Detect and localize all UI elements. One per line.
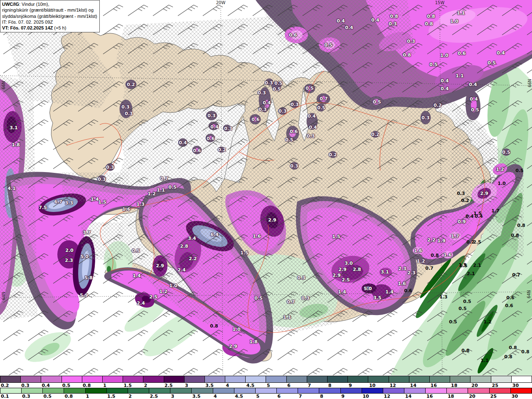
precip-value-label: 1.5 [240,250,249,256]
precip-value-label: 2.1 [467,271,475,276]
scale-tick-label: 0.8 [83,383,91,388]
scale-tick-label: 8 [328,383,332,388]
precip-value-label: 1.5 [458,262,467,268]
precip-value-label: 0.5 [463,299,471,304]
precip-value-label: 0.2 [218,147,226,153]
scale-tick-label: 0.8 [65,394,73,399]
scale-segment [383,388,404,393]
precip-value-label: 0.2 [371,132,379,137]
scale-segment [298,388,319,393]
scale-segment [103,376,123,382]
precip-value-label: 2.5 [149,294,158,300]
precip-value-label: 0.3 [278,108,287,114]
scale-tick-label: 14 [410,383,416,388]
precip-value-label: 2.1 [473,263,481,268]
model-info-box: UWC/IG: Vindur (10m), rigning/skúrir (gr… [0,0,100,32]
scale-tick-label: 18 [448,394,454,399]
scale-segment [470,376,491,382]
scale-tick-label: 2 [144,383,148,388]
precip-value-label: 0.5 [324,42,332,48]
precip-value-label: 0.3 [265,80,273,86]
rain-scale-bar [0,376,532,383]
precip-value-label: 0.5 [502,150,510,155]
precip-value-label: 2.8 [352,266,361,272]
info-line-1: UWC/IG: Vindur (10m), [2,1,97,7]
scale-segment [447,388,468,393]
scale-tick-label: 4.5 [246,383,255,388]
scale-tick-label: 4 [226,383,229,388]
precip-value-label: 0.6 [289,32,297,38]
scale-tick-label: 0.5 [43,394,52,399]
precip-value-label: 1.7 [491,208,500,214]
precip-value-label: 0.6 [251,117,260,122]
precip-value-label: 0.2 [461,198,469,203]
precip-value-label: 0.4 [470,96,478,102]
precip-value-label: 1.1 [157,187,165,193]
precip-value-label: 0.7 [160,176,168,181]
precip-value-label: 2.3 [407,270,416,276]
precip-value-label: 2.3 [65,258,73,263]
precip-value-label: 0.4 [210,124,219,130]
scale-segment [328,376,348,382]
scale-segment [319,388,340,393]
precip-value-label: 2.4 [177,267,186,273]
scale-tick-label: 10 [369,383,375,388]
precip-value-label: 3.3 [65,200,73,206]
scale-tick-label: 0.2 [1,383,9,388]
scale-tick-label: 6 [287,383,291,388]
precip-value-label: 1.6 [122,207,131,212]
precip-value-label: 1.4 [338,289,346,295]
scale-segment [430,376,450,382]
precip-value-label: 2.9 [332,273,341,278]
precip-value-label: 1.5 [459,263,468,268]
scale-tick-label: 0.4 [42,383,50,388]
precip-value-label: 4.1 [7,186,16,191]
precip-value-label: 0.4 [466,214,474,219]
precip-value-label: 0.8 [427,14,435,19]
scale-segment [86,388,107,393]
precip-value-label: 0.5 [285,137,293,143]
precip-value-label: 0.4 [337,18,345,24]
precip-value-label: 0.8 [509,345,517,350]
precip-value-label: 0.4 [309,125,317,130]
scale-tick-label: 0.3 [22,394,30,399]
precip-value-label: 1.6 [414,248,422,254]
valid-time: VT: Fös. 07.02.2025 14Z [2,25,53,30]
precip-value-label: 1.4 [133,273,141,278]
scale-tick-label: 0.3 [21,383,30,388]
scale-segment [348,376,368,382]
precip-value-label: 0.3 [301,296,310,301]
precip-value-label: 0.8 [403,52,411,58]
scale-tick-label: 18 [451,383,457,388]
scale-segment [123,376,143,382]
precip-value-label: 0.6 [505,303,513,308]
scale-tick-label: 12 [389,383,396,388]
model-name: UWC/IG [2,2,19,7]
scale-tick-label: 1 [86,394,89,399]
graticule-label: 66N [527,79,532,87]
precip-value-label: 1.0 [450,19,458,24]
precip-value-label: 0.8 [504,354,512,360]
precip-value-label: 1.2 [483,319,492,325]
scale-tick-label: 1.5 [123,383,132,388]
precip-value-label: 1.7 [451,234,459,239]
precip-value-label: 0.4 [497,50,505,56]
precip-value-label: 0.3 [121,104,130,110]
precip-value-label: 0.3 [258,90,266,96]
scale-tick-label: 9 [341,394,345,399]
scale-segment [170,388,192,393]
precip-value-label: 3.0 [345,261,353,266]
precip-value-label: 0.4 [469,82,477,87]
precip-value-label: 5.0 [80,254,89,259]
scale-tick-label: 9 [349,383,352,388]
scale-segment [107,388,128,393]
precip-value-label: 0.3 [98,177,106,182]
scale-tick-label: 3 [185,383,188,388]
scale-tick-label: 25 [492,383,498,388]
precip-value-label: 0.2 [433,103,442,108]
precip-value-label: 0.3 [259,107,267,112]
precip-value-label: 0.3 [106,165,114,170]
graticule-label: 20W [216,0,226,5]
precip-value-label: 0.8 [425,21,433,27]
scale-segment [213,388,234,393]
